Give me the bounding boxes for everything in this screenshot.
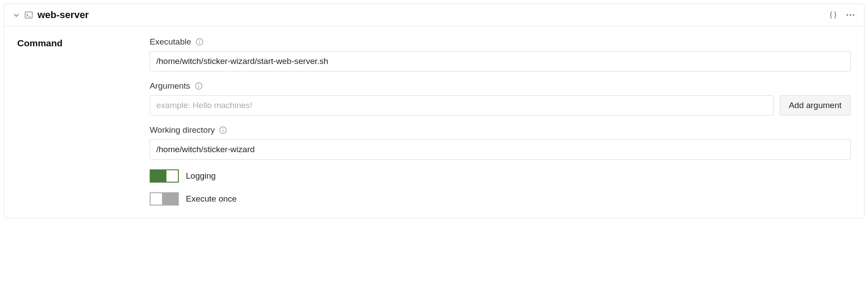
terminal-icon (24, 11, 33, 19)
collapse-toggle[interactable] (13, 11, 20, 19)
svg-point-2 (846, 14, 848, 16)
executable-label-row: Executable (150, 37, 851, 47)
json-view-button[interactable] (829, 11, 838, 19)
svg-point-10 (198, 84, 199, 85)
arguments-label-row: Arguments (150, 81, 851, 91)
svg-point-7 (199, 40, 200, 41)
logging-toggle-row: Logging (150, 169, 851, 183)
working-directory-field-group: Working directory (150, 125, 851, 160)
working-directory-info[interactable] (219, 126, 227, 134)
executable-info[interactable] (196, 38, 204, 46)
command-panel: web-server Command Executable (4, 4, 864, 218)
info-icon (196, 38, 204, 46)
execute-once-label: Execute once (186, 194, 237, 204)
more-menu-button[interactable] (845, 11, 855, 19)
executable-label: Executable (150, 37, 191, 47)
add-argument-button[interactable]: Add argument (780, 95, 851, 116)
panel-header: web-server (4, 4, 864, 26)
logging-label: Logging (186, 171, 216, 181)
panel-header-left: web-server (13, 9, 829, 21)
svg-point-13 (223, 128, 224, 129)
arguments-row: Add argument (150, 95, 851, 116)
info-icon (219, 126, 227, 134)
toggle-knob (166, 170, 178, 182)
working-directory-label-row: Working directory (150, 125, 851, 135)
arguments-input[interactable] (150, 95, 774, 116)
toggle-knob (150, 193, 162, 205)
panel-header-right (829, 11, 855, 19)
svg-rect-0 (25, 12, 32, 18)
braces-icon (829, 11, 838, 19)
executable-input[interactable] (150, 51, 851, 71)
logging-toggle[interactable] (150, 169, 179, 183)
panel-title: web-server (38, 9, 89, 21)
info-icon (195, 82, 203, 90)
arguments-label: Arguments (150, 81, 190, 91)
dots-horizontal-icon (845, 11, 855, 19)
arguments-info[interactable] (195, 82, 203, 90)
form-column: Executable Arguments Add argument (150, 37, 851, 206)
section-label: Command (17, 37, 132, 206)
working-directory-input[interactable] (150, 139, 851, 160)
arguments-field-group: Arguments Add argument (150, 81, 851, 116)
chevron-down-icon (13, 11, 20, 19)
executable-field-group: Executable (150, 37, 851, 71)
panel-body: Command Executable Arguments (4, 26, 864, 218)
working-directory-label: Working directory (150, 125, 215, 135)
svg-point-3 (849, 14, 851, 16)
svg-point-4 (853, 14, 854, 16)
execute-once-toggle[interactable] (150, 192, 179, 206)
execute-once-toggle-row: Execute once (150, 192, 851, 206)
